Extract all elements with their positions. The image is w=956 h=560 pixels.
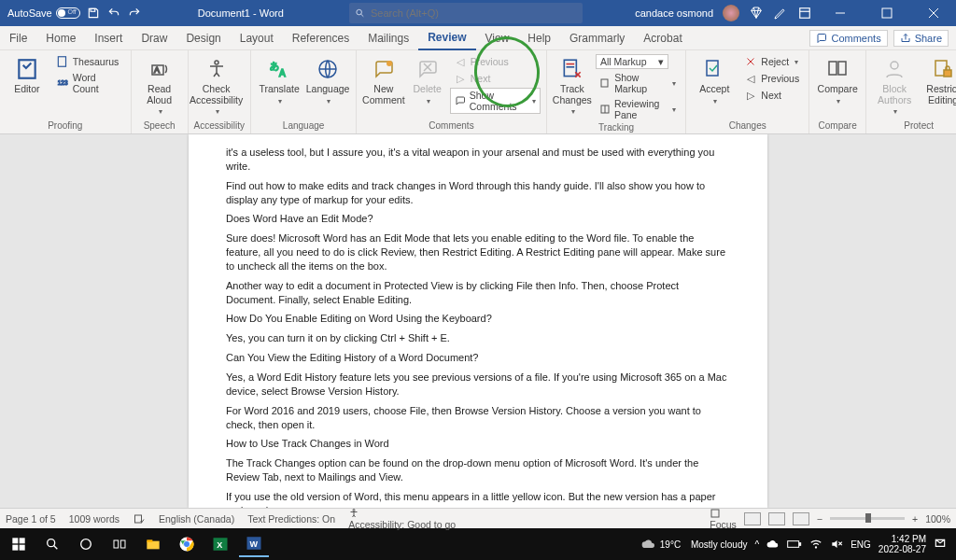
tab-mailings[interactable]: Mailings <box>358 26 418 50</box>
close-button[interactable] <box>915 0 952 26</box>
show-markup-button[interactable]: Show Markup <box>596 71 680 95</box>
status-language[interactable]: English (Canada) <box>159 513 234 525</box>
undo-icon[interactable] <box>106 6 121 21</box>
next-change-button[interactable]: ▷Next <box>740 88 803 103</box>
user-name[interactable]: candace osmond <box>635 7 713 19</box>
thesaurus-button[interactable]: Thesaurus <box>52 54 125 69</box>
reject-button[interactable]: Reject <box>740 54 803 69</box>
zoom-level[interactable]: 100% <box>925 513 950 525</box>
document-area[interactable]: it's a useless tool, but I assure you, i… <box>0 134 956 508</box>
status-page[interactable]: Page 1 of 5 <box>6 513 56 525</box>
tab-layout[interactable]: Layout <box>231 26 283 50</box>
diamond-icon[interactable] <box>749 6 764 21</box>
next-icon: ▷ <box>454 72 467 85</box>
onedrive-icon[interactable] <box>766 538 780 551</box>
page[interactable]: it's a useless tool, but I assure you, i… <box>189 134 767 508</box>
clock[interactable]: 1:42 PM2022-08-27 <box>879 534 926 554</box>
restrict-editing-button[interactable]: Restrict Editing <box>921 54 956 105</box>
svg-text:W: W <box>250 539 259 549</box>
excel-icon[interactable]: X <box>205 531 235 557</box>
track-changes-button[interactable]: Track Changes <box>553 54 592 116</box>
notifications-icon[interactable] <box>934 538 947 551</box>
show-comments-button[interactable]: Show Comments <box>450 88 541 114</box>
tab-review[interactable]: Review <box>418 26 475 50</box>
tab-grammarly[interactable]: Grammarly <box>560 26 634 50</box>
battery-icon[interactable] <box>787 539 802 550</box>
status-predictions[interactable]: Text Predictions: On <box>247 513 335 525</box>
delete-comment-button[interactable]: Delete <box>409 54 446 105</box>
chrome-icon[interactable] <box>172 531 202 557</box>
body-text: How to Use Track Changes in Word <box>226 437 730 451</box>
wifi-icon[interactable] <box>809 538 822 551</box>
tab-file[interactable]: File <box>0 26 36 50</box>
autosave-toggle[interactable]: AutoSave Off <box>7 7 80 19</box>
comments-button[interactable]: Comments <box>809 30 887 47</box>
svg-point-53 <box>184 541 190 547</box>
zoom-in-button[interactable]: + <box>912 513 918 525</box>
body-text: The Track Changes option can be found on… <box>226 456 730 484</box>
word-count-button[interactable]: 123Word Count <box>52 71 125 95</box>
translate-icon: あA <box>268 58 290 80</box>
print-layout-view-icon[interactable] <box>768 512 785 525</box>
previous-comment-button[interactable]: ◁Previous <box>450 54 541 69</box>
pen-icon[interactable] <box>773 6 788 21</box>
previous-change-button[interactable]: ◁Previous <box>740 71 803 86</box>
web-layout-view-icon[interactable] <box>793 512 809 525</box>
compare-button[interactable]: Compare <box>815 54 860 105</box>
tab-design[interactable]: Design <box>176 26 230 50</box>
accept-button[interactable]: Accept <box>692 54 737 105</box>
tab-help[interactable]: Help <box>518 26 560 50</box>
tab-references[interactable]: References <box>283 26 358 50</box>
task-view-icon[interactable] <box>105 531 134 557</box>
translate-button[interactable]: あATranslate <box>257 54 302 105</box>
status-accessibility[interactable]: Accessibility: Good to go <box>348 508 456 530</box>
minimize-button[interactable] <box>822 0 859 26</box>
svg-rect-40 <box>711 510 719 517</box>
share-button[interactable]: Share <box>893 30 949 47</box>
new-comment-button[interactable]: New Comment <box>362 54 405 105</box>
svg-text:A: A <box>279 68 286 78</box>
svg-rect-41 <box>12 538 18 543</box>
tab-insert[interactable]: Insert <box>85 26 132 50</box>
status-words[interactable]: 1009 words <box>69 513 120 525</box>
reviewing-pane-button[interactable]: Reviewing Pane <box>596 97 680 121</box>
read-aloud-button[interactable]: ARead Aloud <box>137 54 182 116</box>
tab-view[interactable]: View <box>476 26 519 50</box>
weather-widget[interactable]: 19°C Mostly cloudy <box>641 537 748 552</box>
save-icon[interactable] <box>86 6 101 21</box>
next-comment-button[interactable]: ▷Next <box>450 71 541 86</box>
language-indicator[interactable]: ENG <box>851 539 871 550</box>
avatar[interactable] <box>723 5 739 21</box>
cortana-icon[interactable] <box>71 531 101 557</box>
block-authors-button[interactable]: Block Authors <box>872 54 917 116</box>
zoom-slider[interactable] <box>830 517 905 520</box>
volume-icon[interactable] <box>830 538 843 551</box>
focus-button[interactable]: Focus <box>710 508 737 530</box>
language-button[interactable]: Language <box>305 54 350 105</box>
tray-chevron-icon[interactable]: ^ <box>754 539 759 550</box>
check-accessibility-button[interactable]: Check Accessibility <box>194 54 239 116</box>
search-box[interactable] <box>349 3 583 23</box>
zoom-out-button[interactable]: − <box>817 513 822 525</box>
redo-icon[interactable] <box>127 6 142 21</box>
tab-acrobat[interactable]: Acrobat <box>634 26 691 50</box>
tab-home[interactable]: Home <box>36 26 85 50</box>
word-icon[interactable]: W <box>239 531 269 557</box>
show-markup-icon <box>599 77 611 90</box>
maximize-button[interactable] <box>868 0 906 26</box>
start-button[interactable] <box>4 531 34 557</box>
compare-icon <box>826 58 849 80</box>
ribbon-options-icon[interactable] <box>797 6 812 21</box>
group-label-accessibility: Accessibility <box>194 119 245 132</box>
file-explorer-icon[interactable] <box>138 531 168 557</box>
search-input[interactable] <box>371 7 577 19</box>
markup-dropdown[interactable]: All Markup▾ <box>596 54 668 69</box>
tab-draw[interactable]: Draw <box>132 26 176 50</box>
editor-button[interactable]: Editor <box>6 54 49 95</box>
svg-rect-48 <box>114 540 119 548</box>
read-mode-view-icon[interactable] <box>744 512 761 525</box>
taskbar-search-icon[interactable] <box>37 531 67 557</box>
status-spellcheck-icon[interactable] <box>133 513 146 525</box>
windows-icon <box>11 537 26 552</box>
accept-icon <box>703 58 725 80</box>
